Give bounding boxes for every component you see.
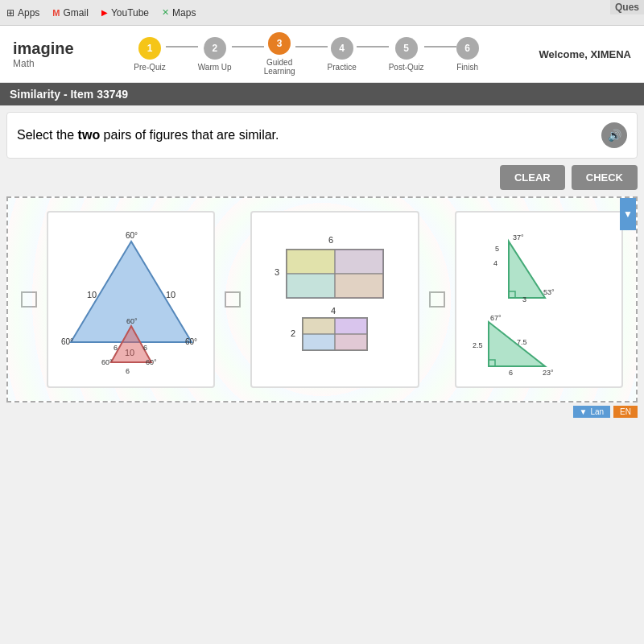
tab-apps[interactable]: ⊞ Apps xyxy=(6,7,39,19)
lang-area: ▼ Lan EN xyxy=(6,406,638,418)
svg-rect-22 xyxy=(303,318,335,334)
svg-rect-16 xyxy=(335,250,383,274)
step-line-1-2 xyxy=(166,46,198,47)
svg-rect-15 xyxy=(287,250,335,274)
svg-text:23°: 23° xyxy=(543,369,554,377)
svg-text:2.5: 2.5 xyxy=(473,341,483,349)
audio-button[interactable]: 🔊 xyxy=(601,122,627,148)
item-title: Similarity - Item 33749 xyxy=(10,88,128,101)
step-circle-5: 5 xyxy=(395,37,418,60)
rectangles-svg: 6 3 4 2 xyxy=(270,225,399,370)
figure-card-2[interactable]: 6 3 4 2 xyxy=(250,211,419,388)
svg-text:67°: 67° xyxy=(490,314,502,322)
step-1[interactable]: 1 Pre-Quiz xyxy=(134,37,165,72)
step-line-3-4 xyxy=(295,46,328,47)
side-panel-arrow[interactable]: ▼ xyxy=(620,198,636,230)
question-text: Select the two pairs of figures that are… xyxy=(17,128,279,142)
step-label-6: Finish xyxy=(456,63,478,72)
lang-panel[interactable]: ▼ Lan xyxy=(573,406,611,418)
figure-card-3[interactable]: 37° 4 3 53° 5 67° 2.5 6 23° 7.5 xyxy=(455,211,623,388)
step-3[interactable]: 3 GuidedLearning xyxy=(264,32,295,76)
logo-area: imagine Math xyxy=(13,39,74,69)
svg-text:60°: 60° xyxy=(185,337,197,346)
svg-text:2: 2 xyxy=(291,328,295,338)
step-2[interactable]: 2 Warm Up xyxy=(198,37,232,72)
en-button[interactable]: EN xyxy=(613,406,638,418)
svg-marker-28 xyxy=(509,242,545,298)
lang-arrow-icon: ▼ xyxy=(580,407,588,416)
svg-text:3: 3 xyxy=(522,295,526,303)
svg-rect-24 xyxy=(303,334,335,350)
right-triangles-svg: 37° 4 3 53° 5 67° 2.5 6 23° 7.5 xyxy=(464,217,613,378)
svg-text:10: 10 xyxy=(166,290,175,299)
svg-text:6: 6 xyxy=(126,367,130,375)
svg-text:37°: 37° xyxy=(513,233,524,242)
main-content: Select the two pairs of figures that are… xyxy=(0,112,644,418)
svg-text:60°: 60° xyxy=(126,317,138,325)
step-4[interactable]: 4 Practice xyxy=(328,37,357,72)
figure-card-1-content: 60° 60° 60° 10 10 10 60° 60° 60° 6 6 6 xyxy=(55,217,208,382)
svg-rect-25 xyxy=(335,334,367,350)
step-line-5-6 xyxy=(424,46,456,47)
browser-bar: ⊞ Apps M Gmail ▶ YouTube ✕ Maps xyxy=(0,0,644,26)
step-5[interactable]: 5 Post-Quiz xyxy=(389,37,424,72)
figure-card-1[interactable]: 60° 60° 60° 10 10 10 60° 60° 60° 6 6 6 xyxy=(47,211,215,388)
en-label: EN xyxy=(620,407,631,416)
progress-steps: 1 Pre-Quiz 2 Warm Up 3 GuidedLearning 4 … xyxy=(134,32,478,76)
lang-label: Lan xyxy=(590,407,604,416)
svg-text:60°: 60° xyxy=(61,337,73,346)
svg-text:6: 6 xyxy=(114,344,118,352)
apps-icon: ⊞ xyxy=(6,7,14,19)
svg-text:4: 4 xyxy=(493,259,497,267)
svg-text:6: 6 xyxy=(509,369,513,377)
svg-rect-18 xyxy=(335,274,383,298)
step-label-1: Pre-Quiz xyxy=(134,63,165,72)
step-label-2: Warm Up xyxy=(198,63,232,72)
check-button[interactable]: CHECK xyxy=(572,165,638,190)
triangles-svg: 60° 60° 60° 10 10 10 60° 60° 60° 6 6 6 xyxy=(55,217,208,378)
step-line-2-3 xyxy=(232,46,264,47)
svg-text:60°: 60° xyxy=(101,358,113,366)
step-label-5: Post-Quiz xyxy=(389,63,424,72)
gmail-icon: M xyxy=(52,8,60,18)
svg-text:53°: 53° xyxy=(543,288,555,296)
tab-maps[interactable]: ✕ Maps xyxy=(162,7,196,19)
step-line-4-5 xyxy=(357,46,389,47)
svg-text:6: 6 xyxy=(328,235,333,245)
step-label-4: Practice xyxy=(328,63,357,72)
app-subject: Math xyxy=(13,58,74,69)
app-header: imagine Math 1 Pre-Quiz 2 Warm Up 3 Guid… xyxy=(0,26,644,83)
step-circle-3: 3 xyxy=(268,32,291,55)
svg-text:3: 3 xyxy=(275,267,279,277)
step-label-3: GuidedLearning xyxy=(264,58,295,76)
app-logo: imagine xyxy=(13,39,74,58)
ques-label: Ques xyxy=(610,0,644,14)
clear-button[interactable]: CLEAR xyxy=(500,165,565,190)
step-circle-1: 1 xyxy=(138,37,161,60)
tab-youtube[interactable]: ▶ YouTube xyxy=(101,7,149,19)
step-6[interactable]: 6 Finish xyxy=(456,37,479,72)
svg-rect-23 xyxy=(335,318,367,334)
item-title-bar: Similarity - Item 33749 Ques xyxy=(0,83,644,105)
figures-area: 60° 60° 60° 10 10 10 60° 60° 60° 6 6 6 xyxy=(6,196,638,402)
svg-text:7.5: 7.5 xyxy=(517,338,527,346)
figure-card-2-content: 6 3 4 2 xyxy=(270,225,399,374)
tab-gmail[interactable]: M Gmail xyxy=(52,7,89,19)
svg-text:10: 10 xyxy=(87,290,97,299)
youtube-icon: ▶ xyxy=(101,8,108,17)
welcome-text: Welcome, XIMENA xyxy=(539,48,631,60)
svg-text:60°: 60° xyxy=(126,231,138,240)
question-area: Select the two pairs of figures that are… xyxy=(6,112,638,159)
svg-text:6: 6 xyxy=(143,344,147,352)
step-circle-4: 4 xyxy=(331,37,353,60)
svg-text:4: 4 xyxy=(331,306,336,316)
action-buttons: CLEAR CHECK xyxy=(0,165,644,196)
step-circle-6: 6 xyxy=(456,37,479,60)
figure-card-3-content: 37° 4 3 53° 5 67° 2.5 6 23° 7.5 xyxy=(464,217,613,382)
maps-icon: ✕ xyxy=(162,7,169,18)
svg-text:60°: 60° xyxy=(146,358,157,366)
svg-rect-17 xyxy=(287,274,335,298)
svg-text:5: 5 xyxy=(495,245,499,253)
step-circle-2: 2 xyxy=(204,37,226,60)
